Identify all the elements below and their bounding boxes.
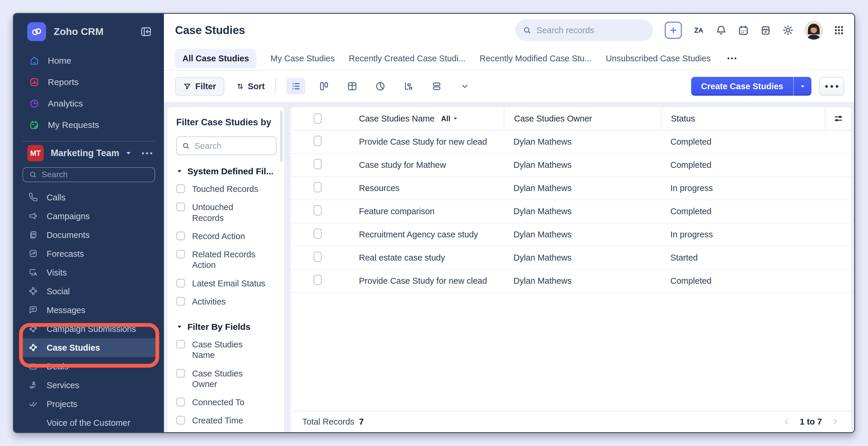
user-avatar[interactable]	[804, 21, 823, 40]
sidebar-item-campaigns[interactable]: Campaigns	[20, 207, 158, 226]
filter-item-label: Record Action	[192, 231, 245, 241]
select-all-checkbox[interactable]	[313, 113, 322, 124]
team-more-button[interactable]	[142, 152, 152, 154]
reports-icon	[29, 77, 39, 87]
related-records-action-checkbox[interactable]	[176, 250, 185, 259]
row-checkbox[interactable]	[313, 251, 322, 262]
column-settings-button[interactable]	[825, 107, 851, 130]
table-row[interactable]: Provide Case Study for new clead Dylan M…	[290, 270, 851, 293]
more-actions-button[interactable]	[819, 77, 844, 96]
quick-create-button[interactable]	[665, 22, 682, 39]
latest-email-status-checkbox[interactable]	[176, 279, 185, 288]
activities-checkbox[interactable]	[176, 297, 185, 306]
section-filter-by-fields[interactable]: Filter By Fields	[176, 322, 277, 332]
row-checkbox[interactable]	[313, 205, 322, 216]
sidebar-item-forecasts[interactable]: Forecasts	[20, 244, 158, 263]
total-records-value: 7	[359, 417, 364, 427]
sidebar-item-label: Social	[46, 287, 70, 296]
tab-recently-modified[interactable]: Recently Modified Case Stu...	[480, 54, 592, 63]
filter-search[interactable]	[176, 137, 277, 155]
sidebar-item-documents[interactable]: Documents	[20, 226, 158, 244]
name-filter-dropdown[interactable]: All	[441, 114, 458, 123]
filter-search-input[interactable]	[194, 141, 271, 151]
previous-page-button[interactable]	[782, 417, 791, 426]
table-view-button[interactable]	[343, 78, 362, 94]
row-checkbox[interactable]	[313, 228, 322, 239]
list-view-button[interactable]	[286, 78, 305, 94]
record-action-checkbox[interactable]	[176, 232, 185, 240]
cell-case-studies-owner: Dylan Mathews	[504, 160, 661, 170]
notifications-bell-icon[interactable]	[715, 24, 727, 36]
total-records-label: Total Records	[302, 417, 354, 427]
sidebar-item-deals[interactable]: Deals	[20, 357, 158, 376]
sidebar-item-visits[interactable]: Visits	[20, 263, 158, 282]
table-row[interactable]: Recruitment Agency case study Dylan Math…	[290, 223, 851, 246]
table-row[interactable]: Feature comparison Dylan Mathews Complet…	[290, 200, 851, 223]
tab-recently-created[interactable]: Recently Created Case Studi...	[349, 54, 465, 63]
tab-unsubscribed[interactable]: Unsubscribed Case Studies	[606, 54, 711, 63]
sidebar-item-home[interactable]: Home	[14, 50, 164, 71]
connected-to-checkbox[interactable]	[176, 397, 185, 406]
sidebar-search-input[interactable]	[41, 170, 149, 180]
case-studies-name-checkbox[interactable]	[176, 340, 185, 349]
sidebar-item-messages[interactable]: Messages	[20, 301, 158, 320]
table-row[interactable]: Real estate case study Dylan Mathews Sta…	[290, 246, 851, 270]
create-case-studies-button[interactable]: Create Case Studies	[691, 77, 811, 96]
caret-down-icon	[453, 116, 458, 121]
settings-gear-icon[interactable]	[782, 24, 794, 36]
team-selector[interactable]: MT Marketing Team	[14, 144, 164, 162]
tab-all-case-studies[interactable]: All Case Studies	[175, 49, 256, 68]
filter-panel-scrollbar[interactable]	[280, 111, 283, 162]
caret-down-icon	[176, 324, 183, 330]
tabs-overflow-button[interactable]	[724, 55, 739, 62]
global-search-input[interactable]	[536, 25, 645, 35]
sidebar-item-services[interactable]: Services	[20, 376, 158, 395]
sidebar-search[interactable]	[23, 167, 155, 182]
filter-button[interactable]: Filter	[175, 77, 224, 96]
untouched-records-checkbox[interactable]	[176, 203, 185, 211]
sidebar-item-campaign-submissions[interactable]: Campaign Submissions	[20, 320, 158, 338]
sort-button[interactable]: Sort	[236, 82, 265, 91]
next-page-button[interactable]	[831, 417, 840, 426]
section-system-defined-filters[interactable]: System Defined Fil...	[176, 167, 277, 176]
sidebar-item-analytics[interactable]: Analytics	[14, 93, 164, 114]
row-checkbox[interactable]	[313, 182, 322, 192]
sidebar-collapse-button[interactable]	[140, 26, 152, 38]
chevron-left-icon	[782, 417, 791, 426]
sidebar-item-voice-of-the-customer[interactable]: Voice of the Customer	[20, 413, 158, 432]
zia-icon[interactable]	[692, 24, 705, 36]
sidebar-item-reports[interactable]: Reports	[14, 71, 164, 93]
created-time-checkbox[interactable]	[176, 416, 185, 424]
global-search[interactable]	[515, 19, 653, 41]
kanban-view-button[interactable]	[315, 78, 333, 94]
chart-view-button[interactable]	[371, 78, 390, 94]
my-requests-icon	[29, 120, 39, 130]
row-checkbox[interactable]	[313, 275, 322, 285]
table-row[interactable]: Resources Dylan Mathews In progress	[290, 177, 851, 200]
toolbar-divider	[275, 78, 276, 95]
sidebar-item-social[interactable]: Social	[20, 282, 158, 301]
table-row[interactable]: Case study for Mathew Dylan Mathews Comp…	[290, 154, 851, 177]
sidebar-item-label: Case Studies	[46, 343, 100, 353]
case-studies-owner-checkbox[interactable]	[176, 369, 185, 378]
sidebar-item-calls[interactable]: Calls	[20, 188, 158, 207]
marketplace-store-icon[interactable]	[760, 24, 772, 36]
timeline-view-button[interactable]	[399, 78, 418, 94]
touched-records-checkbox[interactable]	[176, 184, 185, 193]
sidebar-item-projects[interactable]: Projects	[20, 395, 158, 413]
calendar-icon[interactable]	[738, 24, 749, 36]
rows-view-button[interactable]	[427, 78, 446, 94]
table-footer: Total Records 7 1 to 7	[290, 411, 851, 432]
views-expand-button[interactable]	[456, 78, 474, 94]
sidebar-item-my-requests[interactable]: My Requests	[14, 114, 164, 136]
row-checkbox[interactable]	[313, 136, 322, 146]
table-row[interactable]: Provide Case Study for new clead Dylan M…	[290, 130, 851, 154]
row-checkbox[interactable]	[313, 159, 322, 169]
app-grid-menu-icon[interactable]	[834, 25, 844, 35]
cell-status: Completed	[661, 160, 825, 170]
create-dropdown-button[interactable]	[793, 77, 811, 96]
sidebar-item-case-studies[interactable]: Case Studies	[20, 338, 158, 357]
filter-item-case-studies-name: Case Studies Name	[176, 335, 277, 364]
tab-my-case-studies[interactable]: My Case Studies	[270, 54, 335, 63]
section-title: System Defined Fil...	[187, 167, 273, 176]
